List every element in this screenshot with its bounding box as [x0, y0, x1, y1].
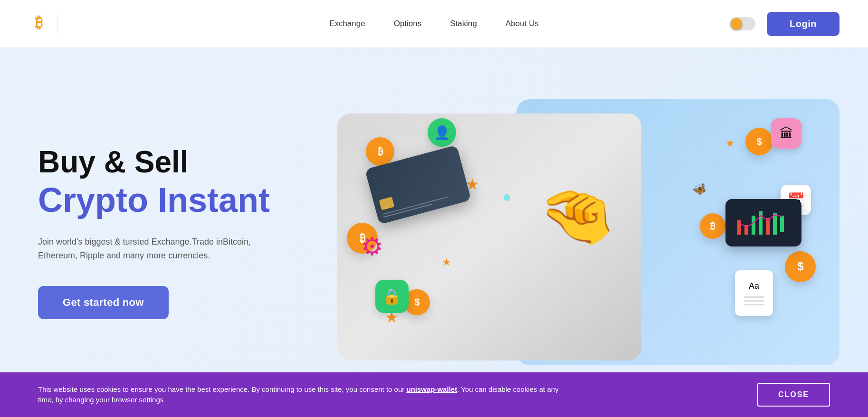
hand-coin-icon: 🤏 — [538, 185, 615, 246]
navbar: ₿ Exchange Options Staking About Us Logi… — [0, 0, 868, 47]
bitcoin-coin-top: ₿ — [366, 137, 394, 166]
person-icon: 👤 — [428, 118, 456, 147]
svg-text:$: $ — [797, 260, 804, 273]
cookie-text-before: This website uses cookies to ensure you … — [38, 385, 406, 393]
cookie-link[interactable]: uniswap-wallet — [406, 385, 457, 393]
doc-line-3 — [744, 304, 764, 305]
navbar-left: ₿ — [29, 13, 57, 34]
svg-rect-14 — [737, 220, 741, 235]
teal-dot-3 — [712, 161, 716, 165]
chart-svg — [733, 206, 794, 239]
bitcoin-coin-chart: ₿ — [700, 213, 725, 239]
dollar-coin-2: $ — [785, 251, 816, 282]
get-started-button[interactable]: Get started now — [38, 286, 169, 319]
cookie-banner: This website uses cookies to ensure you … — [0, 372, 868, 417]
nav-link-options[interactable]: Options — [394, 19, 422, 28]
svg-rect-19 — [773, 213, 777, 235]
svg-rect-17 — [759, 211, 763, 235]
svg-text:$: $ — [414, 297, 420, 307]
doc-line-1 — [744, 296, 764, 298]
cookie-text: This website uses cookies to ensure you … — [38, 384, 561, 406]
logo-icon: ₿ — [29, 13, 49, 34]
svg-rect-16 — [752, 216, 755, 235]
navbar-center: Exchange Options Staking About Us — [329, 19, 539, 28]
chart-card — [725, 199, 801, 246]
svg-text:$: $ — [756, 136, 762, 147]
close-button[interactable]: CLOSE — [757, 383, 830, 407]
doc-line-2 — [744, 300, 764, 302]
hero-content: Buy & Sell Crypto Instant Join world's b… — [38, 145, 323, 320]
hero-image-area: 👤 ₿ ₿ $ $ $ ₿ — [323, 90, 830, 375]
star-icon-2: ★ — [442, 256, 451, 268]
theme-toggle[interactable] — [730, 17, 755, 30]
hero-title-line2: Crypto Instant — [38, 180, 323, 220]
dollar-coin-3: $ — [745, 128, 773, 155]
bank-icon: 🏛 — [771, 118, 801, 149]
nav-link-staking[interactable]: Staking — [450, 19, 477, 28]
svg-rect-20 — [780, 216, 784, 232]
star-icon-4: ★ — [725, 137, 735, 150]
toggle-track[interactable] — [730, 17, 755, 30]
svg-text:₿: ₿ — [710, 221, 715, 231]
hero-title-line1: Buy & Sell — [38, 145, 323, 179]
nav-link-about[interactable]: About Us — [506, 19, 539, 28]
lock-icon: 🔒 — [375, 280, 409, 313]
teal-dot-1 — [504, 194, 510, 201]
navbar-right: Login — [730, 12, 839, 36]
nav-divider — [57, 14, 57, 33]
svg-text:₿: ₿ — [35, 14, 43, 31]
gear-icon: ⚙ — [361, 232, 383, 261]
nav-link-exchange[interactable]: Exchange — [329, 19, 365, 28]
svg-text:₿: ₿ — [378, 145, 383, 157]
hero-section: Buy & Sell Crypto Instant Join world's b… — [0, 47, 868, 417]
login-button[interactable]: Login — [767, 12, 839, 36]
card-chip — [379, 197, 395, 210]
document-icon: Aa — [735, 270, 773, 316]
hero-subtitle: Join world's biggest & tursted Exchange.… — [38, 235, 266, 263]
toggle-thumb — [731, 18, 742, 29]
